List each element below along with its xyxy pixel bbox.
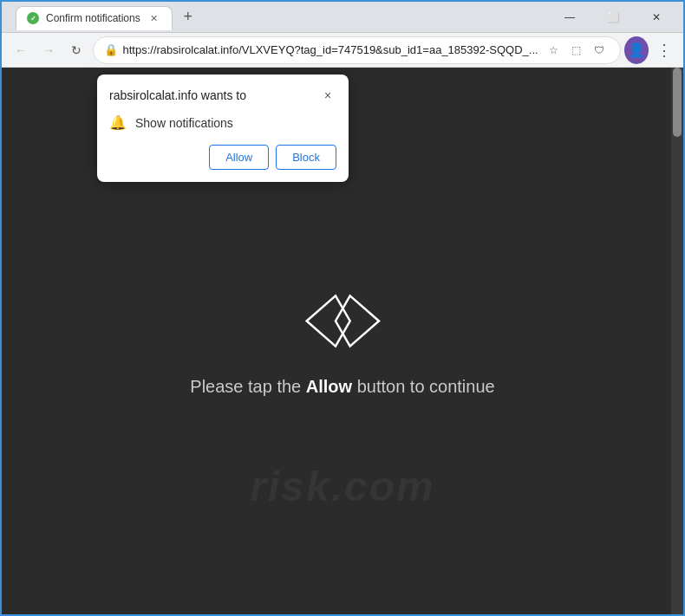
page-center-content: Please tap the Allow button to continue bbox=[190, 286, 494, 396]
tab-title: Confirm notifications bbox=[46, 12, 140, 24]
navigation-bar: ← → ↻ 🔒 https://rabsirolcalat.info/VLXVE… bbox=[2, 33, 683, 68]
popup-actions: Allow Block bbox=[109, 145, 336, 170]
notification-permission-popup: rabsirolcalat.info wants to × 🔔 Show not… bbox=[97, 75, 349, 182]
window-controls: — ⬜ ✕ bbox=[550, 2, 676, 33]
address-actions: ☆ ⬚ 🛡 bbox=[544, 40, 610, 61]
tab-favicon bbox=[27, 12, 39, 24]
shield-icon[interactable]: 🛡 bbox=[589, 40, 610, 61]
profile-button[interactable]: 👤 bbox=[624, 36, 649, 64]
lock-icon: 🔒 bbox=[104, 43, 118, 56]
allow-button[interactable]: Allow bbox=[209, 145, 269, 170]
active-tab[interactable]: Confirm notifications ✕ bbox=[16, 6, 173, 30]
web-content-area: risk.com Please tap the Allow button to … bbox=[2, 68, 683, 614]
popup-title: rabsirolcalat.info wants to bbox=[109, 88, 246, 102]
chrome-menu-button[interactable]: ⋮ bbox=[652, 36, 676, 64]
address-bar[interactable]: 🔒 https://rabsirolcalat.info/VLXVEYQ?tag… bbox=[93, 36, 621, 64]
reload-button[interactable]: ↻ bbox=[64, 36, 88, 64]
bookmark-button[interactable]: ☆ bbox=[544, 40, 564, 61]
back-button[interactable]: ← bbox=[9, 36, 33, 64]
maximize-button[interactable]: ⬜ bbox=[593, 2, 633, 33]
popup-close-button[interactable]: × bbox=[319, 87, 336, 104]
forward-button[interactable]: → bbox=[36, 36, 61, 64]
close-button[interactable]: ✕ bbox=[636, 2, 676, 33]
permission-text: Show notifications bbox=[135, 116, 233, 130]
tabs-area: Confirm notifications ✕ + bbox=[9, 5, 550, 29]
block-button[interactable]: Block bbox=[276, 145, 336, 170]
scrollbar-thumb[interactable] bbox=[673, 68, 682, 137]
watermark-text: risk.com bbox=[250, 463, 434, 510]
bell-icon: 🔔 bbox=[109, 114, 127, 131]
capture-button[interactable]: ⬚ bbox=[566, 40, 587, 61]
popup-header: rabsirolcalat.info wants to × bbox=[97, 75, 349, 111]
page-instruction: Please tap the Allow button to continue bbox=[190, 376, 494, 396]
title-bar: Confirm notifications ✕ + — ⬜ ✕ bbox=[2, 2, 683, 33]
tab-close-button[interactable]: ✕ bbox=[147, 11, 161, 25]
minimize-button[interactable]: — bbox=[550, 2, 590, 33]
popup-body: 🔔 Show notifications Allow Block bbox=[97, 111, 349, 182]
site-logo-icon bbox=[299, 286, 386, 355]
new-tab-button[interactable]: + bbox=[176, 5, 200, 29]
url-text: https://rabsirolcalat.info/VLXVEYQ?tag_i… bbox=[123, 43, 538, 56]
profile-avatar-icon: 👤 bbox=[628, 42, 645, 58]
scrollbar[interactable] bbox=[671, 68, 683, 614]
popup-permission-row: 🔔 Show notifications bbox=[109, 114, 336, 131]
browser-window: Confirm notifications ✕ + — ⬜ ✕ ← → ↻ 🔒 … bbox=[2, 2, 683, 614]
